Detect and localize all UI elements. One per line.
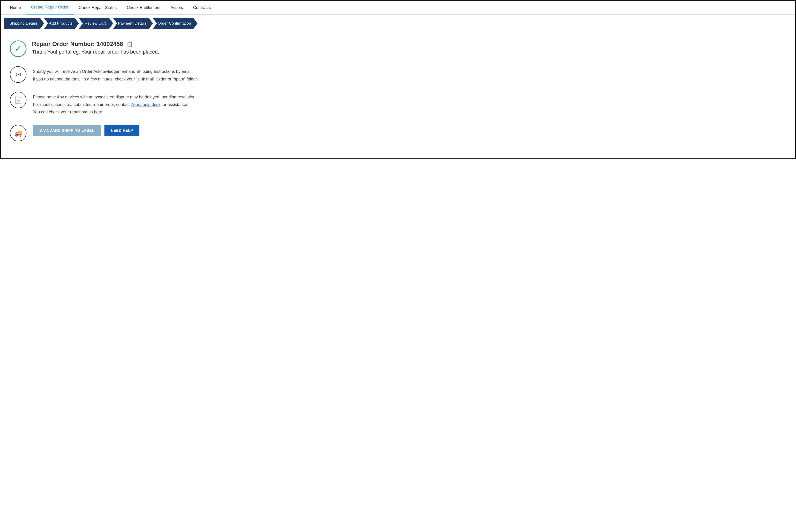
button-row: STANDARD SHIPPING LABEL NEED HELP	[33, 125, 140, 136]
note-line2-pre: For modifications to a submitted repair …	[33, 102, 131, 107]
nav-assets[interactable]: Assets	[165, 1, 188, 14]
email-icon: ✉	[16, 71, 21, 78]
shipping-icon: 🚚	[14, 129, 22, 137]
need-help-button[interactable]: NEED HELP	[105, 125, 140, 136]
nav-check-repair-status[interactable]: Check Repair Status	[74, 1, 122, 14]
note-info-text: Please note: Any devices with an associa…	[33, 92, 197, 116]
email-line2: If you do not see the email in a few min…	[33, 76, 198, 83]
zebra-help-desk-link[interactable]: Zebra help desk	[131, 102, 160, 107]
nav-home[interactable]: Home	[5, 1, 26, 14]
success-text-block: Repair Order Number: 14092458 📋 Thank Yo…	[32, 40, 159, 55]
step-add-products[interactable]: Add Products	[44, 18, 79, 29]
shipping-button-row: 🚚 STANDARD SHIPPING LABEL NEED HELP	[10, 125, 786, 141]
step-payment-details[interactable]: Payment Details	[113, 18, 153, 29]
nav-create-repair-order[interactable]: Create Repair Order	[26, 1, 74, 15]
success-section: ✓ Repair Order Number: 14092458 📋 Thank …	[10, 40, 786, 57]
email-icon-circle: ✉	[10, 66, 26, 83]
email-info-text: Shortly you will receive an Order Acknow…	[33, 66, 198, 83]
step-shipping-details[interactable]: Shipping Details	[4, 18, 44, 29]
email-info-row: ✉ Shortly you will receive an Order Ackn…	[10, 66, 786, 83]
shipping-icon-circle: 🚚	[10, 125, 26, 141]
note-line3-post: .	[103, 110, 104, 114]
step-order-confirmation[interactable]: Order Confirmation	[153, 18, 198, 29]
nav-contracts[interactable]: Contracts	[188, 1, 216, 14]
note-info-row: 📄 Please note: Any devices with an assoc…	[10, 92, 786, 116]
note-line2-post: for assistance.	[160, 102, 188, 107]
nav-check-entitlement[interactable]: Check Entitlement	[122, 1, 165, 14]
nav-bar: Home Create Repair Order Check Repair St…	[1, 1, 795, 15]
stepper: Shipping Details Add Products Review Car…	[4, 18, 792, 29]
success-check-circle: ✓	[10, 40, 26, 57]
note-line2: For modifications to a submitted repair …	[33, 101, 197, 108]
note-line1: Please note: Any devices with an associa…	[33, 94, 197, 101]
checkmark-icon: ✓	[15, 44, 22, 53]
check-status-here-link[interactable]: here	[94, 110, 102, 114]
note-line3-pre: You can check your repair status	[33, 110, 94, 114]
email-line1: Shortly you will receive an Order Acknow…	[33, 68, 198, 75]
note-line3: You can check your repair status here.	[33, 109, 197, 116]
step-review-cart[interactable]: Review Cart	[79, 18, 113, 29]
order-number-heading: Repair Order Number: 14092458 📋	[32, 40, 159, 48]
order-number-label: Repair Order Number: 14092458	[32, 40, 123, 48]
copy-icon[interactable]: 📋	[127, 41, 133, 48]
standard-shipping-label-button[interactable]: STANDARD SHIPPING LABEL	[33, 125, 101, 136]
thank-you-message: Thank You! portalreg. Your repair order …	[32, 49, 159, 55]
document-icon: 📄	[14, 96, 22, 104]
main-content: ✓ Repair Order Number: 14092458 📋 Thank …	[1, 32, 795, 158]
document-icon-circle: 📄	[10, 92, 26, 108]
